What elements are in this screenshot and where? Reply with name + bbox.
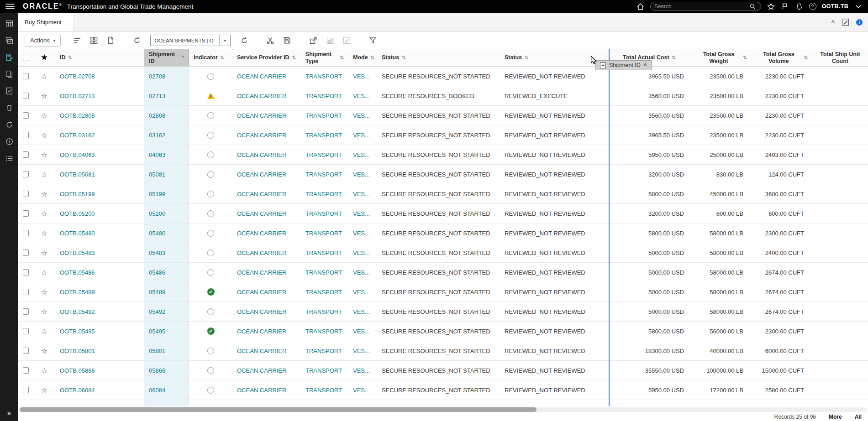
mode-link[interactable]: VES...: [353, 348, 370, 354]
shipment-type-link[interactable]: TRANSPORT: [305, 93, 342, 99]
service-provider-link[interactable]: OCEAN CARRIER: [237, 191, 286, 198]
sort-icon[interactable]: ⇅: [220, 55, 224, 61]
mode-link[interactable]: VES...: [353, 93, 370, 99]
shipment-type-cell[interactable]: TRANSPORT: [301, 361, 348, 380]
row-checkbox[interactable]: [23, 387, 29, 393]
shipment-link[interactable]: OOTB.05200: [60, 210, 95, 217]
row-favorite-cell[interactable]: ☆: [33, 243, 55, 262]
indicator-cell[interactable]: [189, 145, 232, 164]
mode-cell[interactable]: VES...: [348, 165, 377, 184]
indicator-icon[interactable]: [207, 387, 214, 394]
shipment-id-link-cell[interactable]: OOTB.05483: [55, 243, 144, 262]
mode-cell[interactable]: VES...: [348, 125, 377, 145]
delete-trash-icon[interactable]: [5, 104, 13, 112]
shipment-link[interactable]: OOTB.03162: [60, 132, 95, 139]
shipment-type-link[interactable]: TRANSPORT: [305, 308, 342, 315]
service-provider-link[interactable]: OCEAN CARRIER: [237, 269, 286, 276]
shipment-type-cell[interactable]: TRANSPORT: [301, 380, 348, 400]
shipment-type-link[interactable]: TRANSPORT: [305, 387, 342, 394]
row-checkbox[interactable]: [23, 230, 29, 236]
indicator-cell[interactable]: [189, 243, 232, 262]
favorite-star-icon[interactable]: ☆: [41, 111, 47, 120]
copy-icon[interactable]: [5, 70, 13, 78]
favorite-star-icon[interactable]: ☆: [41, 327, 47, 336]
flag-icon[interactable]: [781, 2, 789, 11]
favorite-star-icon[interactable]: ☆: [41, 268, 47, 277]
shipment-type-link[interactable]: TRANSPORT: [305, 367, 342, 374]
indicator-icon[interactable]: [207, 249, 214, 256]
column-header-provider[interactable]: Service Provider ID⇅: [232, 49, 301, 66]
service-provider-link[interactable]: OCEAN CARRIER: [237, 387, 286, 394]
row-checkbox[interactable]: [23, 367, 29, 374]
column-header-shipment_id[interactable]: Shipment ID^: [144, 49, 189, 66]
shipment-type-cell[interactable]: TRANSPORT: [301, 204, 348, 223]
mode-link[interactable]: VES...: [353, 269, 370, 276]
sidebar-expand-icon[interactable]: »: [0, 409, 18, 417]
mode-link[interactable]: VES...: [353, 73, 370, 80]
service-provider-cell[interactable]: OCEAN CARRIER: [232, 243, 301, 262]
shipment-link[interactable]: OOTB.05483: [60, 249, 95, 256]
indicator-icon[interactable]: [207, 73, 214, 80]
service-provider-cell[interactable]: [232, 400, 301, 406]
column-header-volume[interactable]: Total Gross Volume⇅: [752, 49, 812, 66]
indicator-icon[interactable]: [207, 132, 214, 139]
indicator-icon[interactable]: [207, 191, 214, 198]
shipment-type-link[interactable]: TRANSPORT: [305, 191, 342, 198]
row-select-cell[interactable]: [18, 380, 33, 400]
indicator-icon[interactable]: [207, 171, 214, 178]
export-icon[interactable]: [306, 35, 320, 47]
row-checkbox[interactable]: [23, 132, 29, 138]
actions-button[interactable]: Actions▾: [25, 35, 61, 47]
shipment-type-link[interactable]: TRANSPORT: [305, 328, 342, 335]
service-provider-link[interactable]: OCEAN CARRIER: [237, 171, 286, 178]
mode-link[interactable]: VES...: [353, 387, 370, 394]
indicator-cell[interactable]: [189, 380, 232, 400]
manage-columns-icon[interactable]: [70, 35, 84, 47]
row-favorite-cell[interactable]: ☆: [33, 86, 55, 105]
service-provider-link[interactable]: OCEAN CARRIER: [237, 230, 286, 237]
edit-workbench-icon[interactable]: [842, 18, 849, 26]
mode-link[interactable]: VES...: [353, 132, 370, 139]
service-provider-cell[interactable]: OCEAN CARRIER: [232, 145, 301, 164]
service-provider-link[interactable]: OCEAN CARRIER: [237, 367, 286, 374]
shipment-id-link-cell[interactable]: OOTB.05495: [55, 322, 144, 341]
indicator-cell[interactable]: [189, 184, 232, 203]
sort-icon[interactable]: ⇅: [672, 55, 676, 61]
row-checkbox[interactable]: [23, 210, 29, 217]
shipment-id-link-cell[interactable]: OOTB.04063: [55, 145, 144, 164]
service-provider-cell[interactable]: OCEAN CARRIER: [232, 302, 301, 321]
row-select-cell[interactable]: [18, 243, 33, 262]
indicator-icon[interactable]: [207, 210, 214, 217]
service-provider-link[interactable]: OCEAN CARRIER: [237, 210, 286, 217]
sort-icon[interactable]: ⇅: [370, 55, 374, 61]
row-checkbox[interactable]: [23, 191, 29, 197]
favorite-star-icon[interactable]: ☆: [41, 307, 47, 316]
shipment-link[interactable]: OOTB.05495: [60, 328, 95, 335]
row-favorite-cell[interactable]: ☆: [33, 322, 55, 341]
favorite-star-icon[interactable]: ☆: [41, 366, 47, 375]
shipment-type-link[interactable]: TRANSPORT: [305, 210, 342, 217]
service-provider-link[interactable]: OCEAN CARRIER: [237, 73, 286, 80]
shipment-id-link-cell[interactable]: OOTB.03162: [55, 125, 144, 145]
service-provider-link[interactable]: OCEAN CARRIER: [237, 249, 286, 256]
indicator-icon[interactable]: [207, 230, 214, 237]
row-select-cell[interactable]: [18, 165, 33, 184]
row-select-cell[interactable]: [18, 145, 33, 164]
mode-cell[interactable]: VES...: [348, 223, 377, 243]
row-checkbox[interactable]: [23, 151, 29, 158]
row-favorite-cell[interactable]: ☆: [33, 165, 55, 184]
row-select-cell[interactable]: [18, 322, 33, 341]
service-provider-cell[interactable]: OCEAN CARRIER: [232, 263, 301, 282]
service-provider-cell[interactable]: OCEAN CARRIER: [232, 125, 301, 145]
column-header-indicator[interactable]: Indicator⇅: [189, 49, 232, 66]
workbench-grid-icon[interactable]: [5, 19, 13, 27]
tab-buy-shipment[interactable]: Buy Shipment: [18, 13, 74, 31]
row-select-cell[interactable]: [18, 204, 33, 223]
shipment-type-cell[interactable]: TRANSPORT: [301, 263, 348, 282]
shipment-link[interactable]: OOTB.05489: [60, 289, 95, 296]
row-select-cell[interactable]: [18, 125, 33, 145]
service-provider-cell[interactable]: OCEAN CARRIER: [232, 380, 301, 400]
shipment-type-cell[interactable]: TRANSPORT: [301, 243, 348, 262]
favorite-star-icon[interactable]: ☆: [41, 151, 47, 159]
indicator-cell[interactable]: [189, 165, 232, 184]
